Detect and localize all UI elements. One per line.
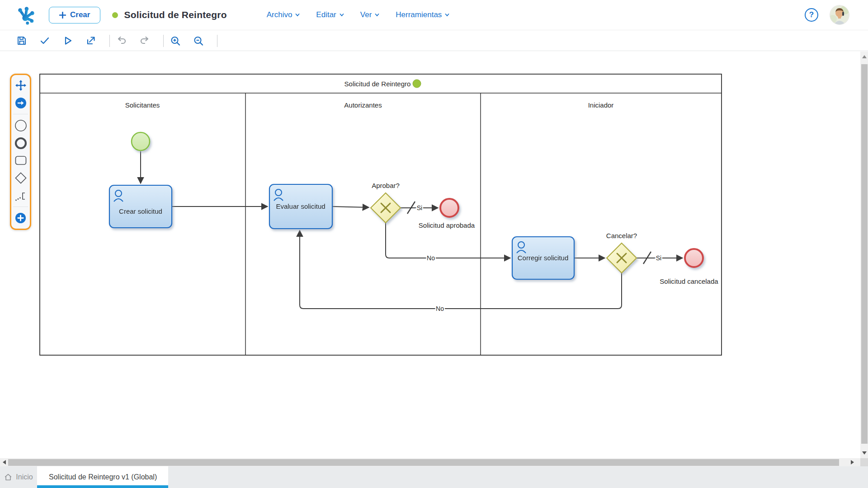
move-tool-button[interactable] — [14, 79, 27, 92]
lane-autorizantes-label: Autorizantes — [344, 101, 382, 109]
menu-ver-label: Ver — [360, 10, 372, 19]
document-tab-bar: Inicio Solicitud de Reintegro v1 (Global… — [0, 466, 868, 488]
task-evaluar-solicitud[interactable]: Evaluar solicitud — [269, 184, 332, 229]
play-icon — [62, 35, 73, 46]
end-event-icon — [14, 137, 27, 150]
sequence-flow-tool-button[interactable] — [14, 97, 27, 109]
bpmn-diagram: Solicitud de Reintegro Solicitantes Auto… — [0, 52, 860, 458]
vertical-scrollbar[interactable] — [860, 52, 868, 458]
plus-circle-icon — [15, 212, 26, 224]
start-event-icon — [14, 119, 27, 132]
scrollbar-corner — [860, 458, 868, 466]
zoom-in-icon — [170, 35, 181, 47]
shape-palette — [10, 74, 31, 230]
zoom-out-icon — [193, 35, 204, 47]
gateway-aprobar[interactable] — [371, 193, 401, 223]
flow-label-no: No — [427, 254, 435, 262]
undo-icon — [116, 35, 127, 47]
gateway-tool-button[interactable] — [14, 172, 27, 184]
run-button[interactable] — [62, 35, 73, 46]
pool-status-dot — [413, 80, 421, 88]
start-event[interactable] — [132, 132, 150, 150]
add-element-button[interactable] — [14, 212, 27, 225]
end-event-aprobada-label: Solicitud aprobada — [419, 221, 475, 229]
gateway-cancelar-label: Cancelar? — [606, 232, 637, 239]
editor-toolbar — [0, 31, 868, 51]
check-icon — [39, 35, 50, 47]
diagram-canvas[interactable]: Solicitud de Reintegro Solicitantes Auto… — [0, 52, 860, 458]
flow-label-si: Si — [656, 254, 661, 262]
gateway-icon — [14, 172, 27, 184]
menu-editar-label: Editar — [316, 10, 336, 19]
redo-icon — [139, 35, 150, 47]
pool-title: Solicitud de Reintegro — [344, 80, 411, 88]
home-icon — [4, 473, 12, 481]
menu-ver[interactable]: Ver — [360, 10, 380, 19]
end-event-tool-button[interactable] — [14, 137, 27, 150]
tab-inicio[interactable]: Inicio — [0, 466, 37, 488]
help-button[interactable]: ? — [805, 8, 818, 22]
gateway-cancelar[interactable] — [607, 243, 637, 273]
save-button[interactable] — [16, 35, 27, 46]
lane-iniciador-label: Iniciador — [588, 101, 614, 109]
start-event-tool-button[interactable] — [14, 119, 27, 132]
menu-herramientas[interactable]: Herramientas — [396, 10, 449, 19]
toolbar-separator — [163, 35, 164, 47]
horizontal-scrollbar-thumb[interactable] — [8, 459, 839, 466]
export-button[interactable] — [85, 35, 96, 46]
annotation-tool-button[interactable] — [14, 189, 27, 202]
menu-archivo[interactable]: Archivo — [267, 10, 300, 19]
end-event-aprobada[interactable] — [440, 199, 458, 217]
toolbar-separator — [109, 35, 110, 47]
move-icon — [15, 80, 27, 91]
scroll-up-arrow-icon[interactable] — [862, 55, 867, 58]
zoom-in-button[interactable] — [170, 35, 181, 46]
export-icon — [85, 35, 96, 46]
redo-button[interactable] — [139, 35, 150, 46]
avatar-photo — [830, 5, 849, 24]
task-crear-solicitud[interactable]: Crear solicitud — [109, 185, 172, 228]
create-button-label: Crear — [70, 10, 90, 19]
menu-editar[interactable]: Editar — [316, 10, 344, 19]
chevron-down-icon — [445, 13, 449, 17]
vertical-scrollbar-thumb[interactable] — [861, 64, 868, 444]
gateway-aprobar-label: Aprobar? — [372, 182, 400, 189]
process-title: Solicitud de Reintegro — [124, 9, 226, 20]
end-event-cancelada[interactable] — [685, 249, 703, 267]
chevron-down-icon — [340, 13, 344, 17]
chevron-down-icon — [295, 13, 300, 17]
annotation-icon — [14, 189, 27, 202]
scroll-down-arrow-icon[interactable] — [862, 451, 867, 455]
flow-label-si: Si — [417, 204, 422, 211]
create-button[interactable]: Crear — [49, 7, 100, 23]
user-avatar[interactable] — [830, 5, 849, 24]
zoom-out-button[interactable] — [193, 35, 204, 46]
task-label: Crear solicitud — [119, 207, 162, 215]
app-header: Crear Solicitud de Reintegro Archivo Edi… — [0, 0, 868, 30]
end-event-cancelada-label: Solicitud cancelada — [660, 277, 718, 285]
validate-button[interactable] — [39, 35, 50, 46]
lane-solicitantes-label: Solicitantes — [125, 101, 160, 109]
task-label: Evaluar solicitud — [276, 202, 325, 210]
chevron-down-icon — [375, 13, 379, 17]
plus-icon — [59, 12, 66, 19]
horizontal-scrollbar[interactable] — [0, 458, 860, 466]
scroll-right-arrow-icon[interactable] — [851, 460, 854, 465]
help-icon: ? — [809, 10, 814, 19]
palette-separator — [13, 114, 28, 114]
tab-inicio-label: Inicio — [16, 473, 33, 481]
menu-bar: Archivo Editar Ver Herramientas — [267, 10, 450, 19]
task-label: Corregir solicitud — [518, 254, 569, 262]
task-tool-button[interactable] — [14, 154, 27, 167]
flow-evaluar-to-aprobar[interactable] — [332, 206, 369, 207]
palette-separator — [13, 206, 28, 207]
app-logo-icon — [15, 5, 36, 25]
sequence-flow-icon — [15, 97, 27, 109]
menu-archivo-label: Archivo — [267, 10, 292, 19]
undo-button[interactable] — [116, 35, 127, 46]
process-status-dot — [112, 12, 118, 18]
task-corregir-solicitud[interactable]: Corregir solicitud — [512, 237, 574, 279]
tab-solicitud-de-reintegro[interactable]: Solicitud de Reintegro v1 (Global) — [37, 466, 168, 488]
sequence-flows — [141, 151, 683, 309]
scroll-left-arrow-icon[interactable] — [3, 460, 6, 465]
